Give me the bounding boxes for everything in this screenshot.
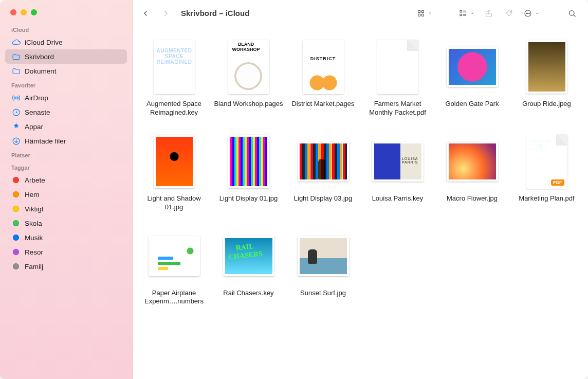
tag-color-icon	[11, 175, 21, 185]
sidebar-item[interactable]: iCloud Drive	[5, 35, 127, 49]
file-thumbnail	[298, 133, 349, 190]
sidebar-section-label: Favoriter	[5, 78, 127, 91]
file-item[interactable]: Augmented Space Reimagined.key	[138, 38, 210, 117]
minimize-window-button[interactable]	[21, 9, 27, 15]
file-thumbnail	[154, 38, 195, 96]
sidebar-item[interactable]: Dokument	[5, 64, 127, 78]
svg-point-0	[15, 97, 17, 99]
svg-rect-4	[418, 10, 420, 12]
file-name-label: Light and Shadow 01.jpg	[139, 194, 209, 212]
main-area: Skrivbord – iCloud	[133, 0, 588, 379]
toolbar: Skrivbord – iCloud	[133, 0, 588, 27]
airdrop-icon	[11, 93, 21, 102]
file-item[interactable]: Macro Flower.jpg	[436, 133, 508, 212]
file-thumbnail	[228, 38, 269, 96]
chevron-down-icon	[469, 7, 476, 20]
file-item[interactable]: Rail Chasers.key	[212, 227, 285, 306]
view-mode-control[interactable]	[415, 7, 434, 20]
file-name-label: District Market.pages	[291, 100, 354, 109]
sidebar-tag-item[interactable]: Hem	[5, 187, 127, 202]
svg-rect-6	[418, 14, 420, 16]
sidebar-tag-item[interactable]: Skola	[5, 216, 127, 230]
file-browser[interactable]: Augmented Space Reimagined.keyBland Work…	[133, 27, 588, 379]
file-name-label: Light Display 01.jpg	[219, 194, 278, 203]
file-name-label: Paper Airplane Experim….numbers	[139, 289, 209, 306]
sidebar-item-label: iCloud Drive	[25, 39, 63, 46]
sidebar-item-label: AirDrop	[25, 94, 48, 102]
file-name-label: Macro Flower.jpg	[447, 194, 498, 203]
file-item[interactable]: Sunset Surf.jpg	[287, 227, 359, 306]
back-button[interactable]	[138, 7, 153, 20]
group-icon	[457, 7, 469, 20]
file-item[interactable]: Paper Airplane Experim….numbers	[138, 227, 210, 306]
group-by-control[interactable]	[457, 7, 476, 20]
file-name-label: Golden Gate Park	[445, 100, 499, 109]
svg-point-15	[510, 11, 511, 12]
sidebar-section-label: Platser	[5, 148, 127, 160]
sidebar-item-label: Resor	[25, 248, 43, 256]
window-title: Skrivbord – iCloud	[181, 9, 249, 17]
file-item[interactable]: Light Display 01.jpg	[212, 133, 285, 212]
tag-color-icon	[11, 219, 21, 228]
file-item[interactable]: Farmers Market Monthly Packet.pdf	[361, 38, 434, 117]
icon-view-icon	[415, 7, 427, 20]
file-thumbnail	[372, 133, 424, 190]
file-thumbnail: PDF	[526, 133, 567, 190]
file-thumbnail	[298, 227, 349, 285]
file-thumbnail	[223, 227, 274, 285]
file-item[interactable]: PDFMarketing Plan.pdf	[510, 133, 583, 212]
file-item[interactable]: Light Display 03.jpg	[287, 133, 359, 212]
file-thumbnail	[154, 133, 195, 190]
sidebar-tag-item[interactable]: Musik	[5, 230, 127, 245]
folder-icon	[11, 66, 21, 76]
svg-rect-8	[460, 10, 462, 12]
sidebar-item-label: Viktigt	[25, 205, 44, 213]
share-button[interactable]	[481, 7, 497, 20]
tag-color-icon	[11, 262, 21, 271]
search-button[interactable]	[564, 7, 580, 20]
tag-color-icon	[11, 190, 21, 199]
svg-point-18	[527, 13, 528, 13]
sidebar-item[interactable]: Appar	[5, 119, 127, 134]
file-thumbnail	[447, 38, 498, 96]
sidebar-item[interactable]: AirDrop	[5, 91, 127, 105]
forward-button[interactable]	[158, 7, 174, 20]
file-item[interactable]: Group Ride.jpeg	[510, 38, 583, 117]
sidebar-tag-item[interactable]: Arbete	[5, 173, 127, 187]
apps-icon	[11, 122, 21, 131]
tag-color-icon	[11, 233, 21, 242]
sidebar-item[interactable]: Senaste	[5, 105, 127, 119]
file-thumbnail	[149, 227, 200, 285]
tags-button[interactable]	[502, 7, 517, 20]
sidebar-item-label: Musik	[25, 234, 43, 242]
sidebar-section-label: iCloud	[5, 23, 127, 35]
folder-icon	[11, 52, 21, 61]
sidebar-item-label: Appar	[25, 123, 43, 131]
svg-point-19	[529, 13, 529, 13]
file-thumbnail	[447, 133, 498, 190]
file-name-label: Group Ride.jpeg	[522, 100, 571, 109]
more-actions-button[interactable]	[522, 7, 541, 20]
file-thumbnail	[377, 38, 418, 96]
file-item[interactable]: District Market.pages	[287, 38, 359, 117]
sidebar-tag-item[interactable]: Viktigt	[5, 202, 127, 216]
window-controls	[5, 5, 127, 23]
ellipsis-circle-icon	[522, 7, 534, 20]
sidebar-item[interactable]: Skrivbord	[5, 49, 127, 64]
file-item[interactable]: Golden Gate Park	[436, 38, 508, 117]
sidebar: iCloudiCloud DriveSkrivbordDokumentFavor…	[0, 0, 133, 379]
file-item[interactable]: Bland Workshop.pages	[212, 38, 285, 117]
sidebar-item[interactable]: Hämtade filer	[5, 134, 127, 148]
cloud-icon	[11, 38, 21, 47]
file-item[interactable]: Light and Shadow 01.jpg	[138, 133, 210, 212]
close-window-button[interactable]	[10, 9, 16, 15]
file-item[interactable]: Louisa Parris.key	[361, 133, 434, 212]
sidebar-item-label: Hem	[25, 191, 40, 198]
chevron-down-icon	[534, 7, 541, 20]
updown-icon	[427, 7, 434, 20]
sidebar-tag-item[interactable]: Familj	[5, 259, 127, 274]
sidebar-tag-item[interactable]: Resor	[5, 245, 127, 259]
file-name-label: Bland Workshop.pages	[214, 100, 283, 109]
fullscreen-window-button[interactable]	[31, 9, 37, 15]
file-name-label: Sunset Surf.jpg	[300, 289, 346, 298]
